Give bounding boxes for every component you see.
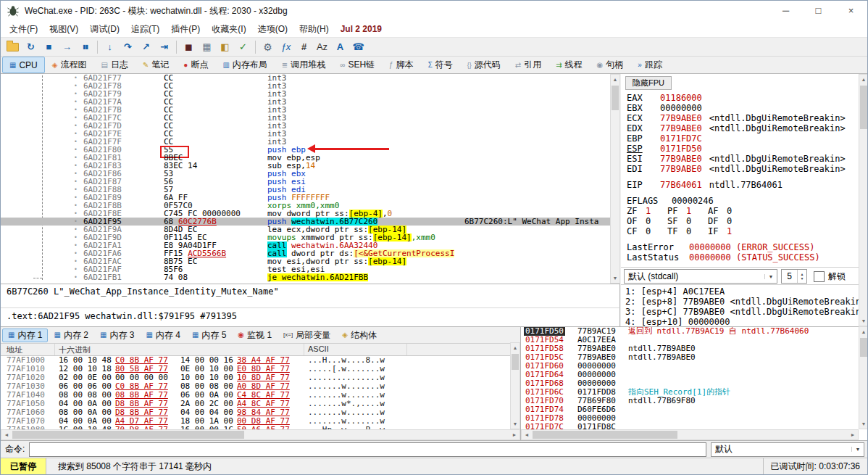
hide-fpu-button[interactable]: 隐藏FPU [625,76,672,90]
breakpoint-dot-icon[interactable]: • [74,265,78,273]
menu-view[interactable]: 视图(V) [43,22,84,37]
breakpoint-dot-icon[interactable]: • [74,138,78,146]
menu-plugins[interactable]: 插件(P) [165,22,206,37]
disasm-row[interactable]: •6AD21FB174 08je wechatwin.6AD21FBB [1,273,619,281]
stop-button[interactable]: ■ [41,39,57,55]
disassembly-view[interactable]: •6AD21F77CCint3 •6AD21F78CCint3 •6AD21F7… [1,74,620,284]
scroll-thumb[interactable] [512,354,519,370]
dump-rows[interactable]: 77AF100016 00 10 48C0 8B AF 7714 00 00 1… [1,356,520,431]
registers-panel[interactable]: 隐藏FPU EAX01186000 EBX00000000 ECX77B9ABE… [621,74,868,326]
stack-row[interactable]: 0171FD74D60FE6D6 [521,405,868,414]
stack-row[interactable]: 0171FD6400000000 [521,371,868,379]
breakpoint-dot-icon[interactable]: • [74,178,78,186]
breakpoint-dot-icon[interactable]: • [74,202,78,210]
settings-button[interactable]: ⚙ [259,39,276,55]
calculator-button[interactable]: ƒx [277,39,294,55]
disasm-scrollbar[interactable]: ▲ ▼ [610,74,620,284]
tab-notes[interactable]: ✎笔记 [135,57,176,73]
pause-button[interactable]: ▮▮ [77,39,93,55]
breakpoint-dot-icon[interactable]: • [74,90,78,98]
scroll-down-button[interactable]: ▼ [859,419,868,429]
breakpoint-dot-icon[interactable]: • [74,114,78,122]
tab-graph[interactable]: ◈流程图 [45,57,94,73]
dump-hscrollbar[interactable]: ◄ ► [1,429,520,440]
tab-memory-map[interactable]: ▥内存布局 [215,57,274,73]
scroll-up-button[interactable]: ▲ [511,343,519,352]
breakpoint-dot-icon[interactable]: • [74,210,78,218]
tab-dump-4[interactable]: ▦内存 4 [140,329,185,342]
register-row-edi[interactable]: EDI77B9ABE0<ntdll.DbgUiRemoteBreakin> [627,164,856,174]
breakpoint-dot-icon[interactable]: • [74,194,78,202]
tab-log[interactable]: ▤日志 [94,57,135,73]
arg-count-spinner[interactable]: 5 ▲▼ [781,269,807,284]
stack-hscrollbar[interactable]: ◄ ► [521,429,859,440]
register-row-eax[interactable]: EAX01186000 [627,93,856,103]
breakpoint-dot-icon[interactable]: • [74,98,78,106]
scroll-down-button[interactable]: ▼ [511,419,519,429]
scroll-thumb[interactable] [860,86,867,129]
arg-row[interactable]: 3: [esp+C] 77B9ABE0 <ntdll.DbgUiRemoteBr… [625,307,859,317]
calling-convention-select[interactable]: 默认 (stdcall) ▼ [624,269,777,284]
breakpoint-dot-icon[interactable]: • [74,162,78,170]
flags-row[interactable]: CF0TF0IF1 [627,226,856,236]
breakpoint-dot-icon[interactable]: • [74,218,78,226]
spinner-arrows[interactable]: ▲▼ [797,270,806,283]
tab-dump-1[interactable]: ▦内存 1 [2,329,48,342]
comments-button[interactable]: ✓ [235,39,251,55]
scroll-up-button[interactable]: ▲ [859,75,868,84]
breakpoint-dot-icon[interactable]: • [74,226,78,234]
scroll-thumb[interactable] [860,338,867,357]
scroll-up-button[interactable]: ▲ [859,327,868,336]
tab-struct[interactable]: ◈结构体 [336,329,383,342]
tab-cpu[interactable]: ▦CPU [2,57,45,73]
breakpoint-dot-icon[interactable]: • [74,74,78,82]
tab-breakpoints[interactable]: ●断点 [176,57,215,73]
hash-button[interactable]: # [296,39,312,55]
scroll-up-button[interactable]: ▲ [611,75,619,84]
restart-button[interactable]: ↻ [22,39,39,55]
scroll-down-button[interactable]: ▼ [611,273,619,283]
breakpoint-dot-icon[interactable]: • [74,82,78,90]
last-status-row[interactable]: LastStatus00000000 (STATUS_SUCCESS) [627,252,856,263]
stack-row[interactable]: 0171FD5C77B9ABE0ntdll.77B9ABE0 [521,353,868,362]
chevron-down-icon[interactable]: ▼ [851,447,864,452]
menu-help[interactable]: 帮助(H) [293,22,335,37]
register-row-eip[interactable]: EIP77B64061ntdll.77B64061 [627,180,856,190]
breakpoint-dot-icon[interactable]: • [74,106,78,114]
register-row-esi[interactable]: ESI77B9ABE0<ntdll.DbgUiRemoteBreakin> [627,154,856,164]
tab-dump-2[interactable]: ▦内存 2 [48,329,93,342]
registers-scrollbar[interactable]: ▲ ▼ [859,74,868,326]
step-into-button[interactable]: ↓ [101,39,118,55]
assembler-button[interactable]: Az [314,39,330,55]
tab-call-stack[interactable]: ≣调用堆栈 [275,57,333,73]
memory-map-button[interactable]: ▦ [199,39,215,55]
menu-favourites[interactable]: 收藏夹(I) [206,22,251,37]
menu-trace[interactable]: 追踪(T) [125,22,165,37]
stack-row[interactable]: 0171FD7800000000 [521,414,868,423]
breakpoint-dot-icon[interactable]: • [74,234,78,241]
stack-scrollbar[interactable]: ▲ ▼ [859,326,868,429]
tab-seh[interactable]: ∞SEH链 [333,57,382,73]
command-combo[interactable]: 默认 ▼ [711,442,864,457]
tab-watch-1[interactable]: ◉监视 1 [232,329,277,342]
register-row-eflags[interactable]: EFLAGS00000246 [627,196,856,206]
breakpoint-dot-icon[interactable]: • [74,170,78,178]
scroll-down-button[interactable]: ▼ [859,316,868,326]
scroll-left-button[interactable]: ◄ [1,430,12,439]
arg-row[interactable]: 4: [esp+10] 00000000 [625,317,859,326]
run-to-user-code-button[interactable]: ⇥ [156,39,172,55]
breakpoint-dot-icon[interactable]: • [74,122,78,130]
tab-source[interactable]: {}源代码 [460,57,508,73]
breakpoint-dot-icon[interactable]: • [74,186,78,194]
tab-trace[interactable]: »跟踪 [630,57,669,73]
scroll-right-button[interactable]: ► [509,430,519,439]
scroll-thumb[interactable] [533,431,677,439]
trace-button[interactable]: ◼ [180,39,197,55]
find-strings-button[interactable]: A [332,39,349,55]
step-over-button[interactable]: ↷ [120,39,136,55]
flags-row[interactable]: ZF1PF1AF0 [627,206,856,216]
command-input[interactable] [29,442,706,457]
stack-row[interactable]: 0171FD7077B69F80ntdll.77B69F80 [521,397,868,405]
patches-button[interactable]: ◧ [217,39,233,55]
tab-threads[interactable]: ⇉线程 [548,57,589,73]
